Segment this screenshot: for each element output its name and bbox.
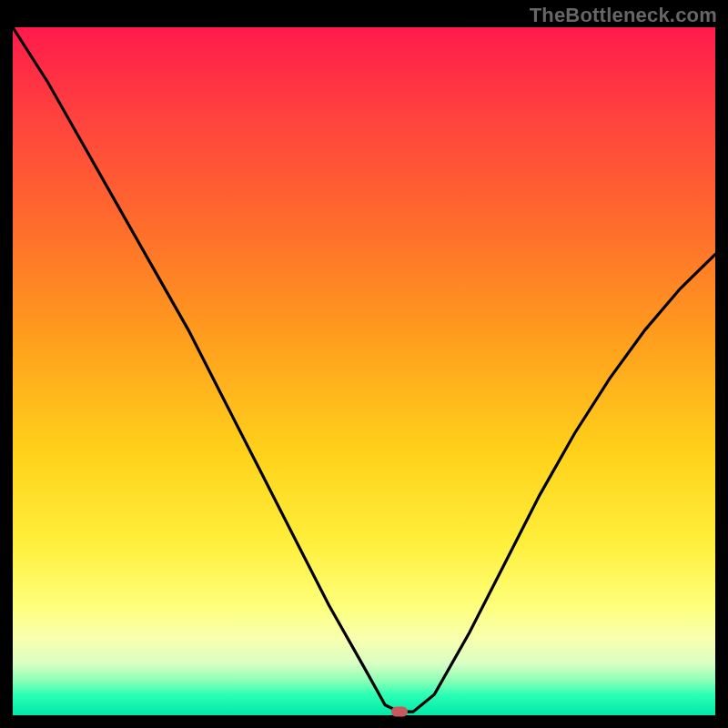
plot-area [13, 27, 715, 715]
bottleneck-curve-path [13, 27, 715, 712]
watermark-text: TheBottleneck.com [530, 4, 717, 27]
optimum-marker [391, 707, 408, 717]
chart-frame: TheBottleneck.com [0, 0, 728, 728]
curve-svg [13, 27, 715, 715]
